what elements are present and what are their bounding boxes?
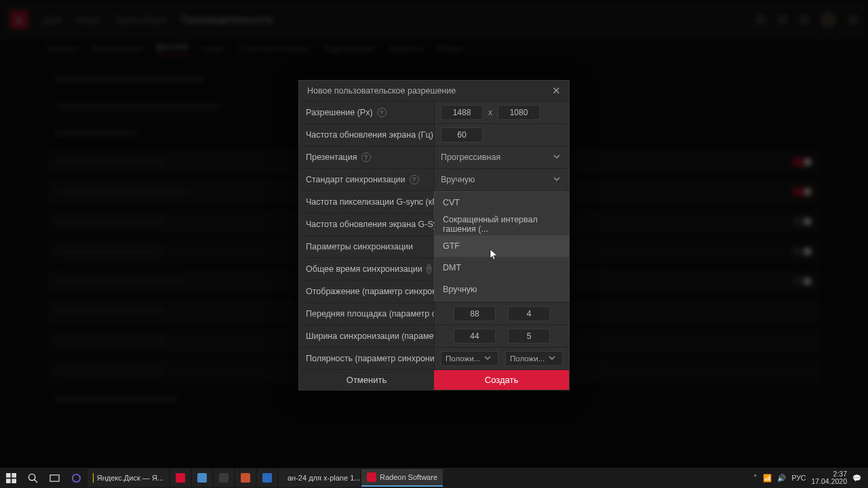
- timing-total-label: Общее время синхронизации: [306, 264, 422, 274]
- taskbar-item[interactable]: Яндекс.Диск — Я...: [87, 469, 169, 487]
- help-icon[interactable]: ?: [377, 108, 387, 117]
- front-porch-v-input[interactable]: [508, 306, 550, 321]
- svg-point-4: [28, 474, 35, 480]
- dropdown-option-dmt[interactable]: DMT: [435, 257, 569, 279]
- gsync-refresh-label: Частота обновления экрана G-Sync (Гц): [306, 220, 435, 229]
- taskbar-item[interactable]: Radeon Software: [361, 469, 443, 487]
- help-icon[interactable]: ?: [361, 152, 371, 162]
- svg-rect-2: [6, 479, 11, 483]
- svg-rect-0: [6, 473, 11, 478]
- pixelclock-label: Частота пикселизации G-sync (кГц): [306, 197, 435, 207]
- dropdown-option-gtf[interactable]: GTF: [435, 235, 569, 257]
- close-icon[interactable]: ✕: [552, 85, 561, 97]
- taskbar-item[interactable]: ан-24 для x-plane 1...: [279, 469, 360, 487]
- tray-chevron-icon[interactable]: ˄: [753, 474, 757, 482]
- dropdown-option-manual[interactable]: Вручную: [435, 279, 569, 300]
- tray-notifications-icon[interactable]: 💬: [852, 474, 861, 483]
- svg-rect-3: [12, 479, 16, 483]
- taskbar-item[interactable]: [235, 469, 256, 487]
- chevron-down-icon: [553, 152, 560, 162]
- timing-standard-select[interactable]: Вручную: [441, 169, 563, 190]
- resolution-height-input[interactable]: [498, 105, 540, 120]
- front-porch-h-input[interactable]: [454, 306, 496, 321]
- help-icon[interactable]: ?: [427, 264, 431, 274]
- timing-display-label: Отображение (параметр синхронизации): [306, 287, 435, 296]
- polarity-label: Полярность (параметр синхронизации): [306, 354, 435, 363]
- create-button[interactable]: Создать: [434, 370, 569, 390]
- taskbar-item[interactable]: [214, 469, 234, 487]
- tray-language[interactable]: РУС: [791, 474, 806, 482]
- svg-line-5: [34, 479, 37, 482]
- dialog-title: Новое пользовательское разрешение: [307, 86, 456, 96]
- mouse-cursor: [490, 249, 499, 264]
- tray-network-icon[interactable]: 📶: [763, 474, 772, 483]
- resolution-separator: x: [488, 108, 492, 117]
- svg-point-7: [72, 474, 79, 481]
- front-porch-label: Передняя площадка (параметр синхрон: [306, 309, 435, 319]
- resolution-width-input[interactable]: [441, 105, 483, 120]
- timing-params-label: Параметры синхронизации: [306, 242, 413, 251]
- svg-rect-1: [12, 473, 16, 478]
- taskbar-item[interactable]: [192, 469, 212, 487]
- presentation-select[interactable]: Прогрессивная: [441, 146, 563, 168]
- sync-width-v-input[interactable]: [508, 329, 550, 344]
- resolution-label: Разрешение (Px): [306, 108, 373, 117]
- sync-width-h-input[interactable]: [454, 329, 496, 344]
- help-icon[interactable]: ?: [410, 175, 419, 184]
- cancel-button[interactable]: Отменить: [299, 370, 434, 390]
- start-button[interactable]: [0, 468, 22, 488]
- chevron-down-icon: [553, 175, 560, 184]
- taskbar-item[interactable]: [257, 469, 277, 487]
- taskbar-item[interactable]: [170, 469, 191, 487]
- chevron-down-icon: [549, 354, 555, 363]
- svg-rect-6: [50, 474, 58, 481]
- tray-date: 17.04.2020: [811, 478, 847, 485]
- tray-volume-icon[interactable]: 🔊: [777, 474, 786, 483]
- timing-standard-label: Стандарт синхронизации: [306, 175, 406, 184]
- cortana-icon[interactable]: [65, 468, 87, 488]
- refresh-label: Частота обновления экрана (Гц): [306, 130, 433, 140]
- dropdown-option-cvtrb[interactable]: Сокращенный интервал гашения (...: [435, 214, 569, 235]
- presentation-label: Презентация: [306, 152, 357, 162]
- timing-standard-dropdown: CVT Сокращенный интервал гашения (... GT…: [434, 191, 570, 301]
- polarity-h-select[interactable]: Положи...: [441, 351, 498, 366]
- dropdown-option-cvt[interactable]: CVT: [435, 192, 569, 214]
- search-icon[interactable]: [22, 468, 43, 488]
- task-view-icon[interactable]: [43, 468, 65, 488]
- refresh-input[interactable]: [441, 127, 483, 142]
- polarity-v-select[interactable]: Положи...: [505, 351, 563, 366]
- sync-width-label: Ширина синхронизации (параметр синх: [306, 331, 435, 341]
- chevron-down-icon: [484, 354, 491, 363]
- windows-taskbar: Яндекс.Диск — Я...ан-24 для x-plane 1...…: [0, 468, 868, 488]
